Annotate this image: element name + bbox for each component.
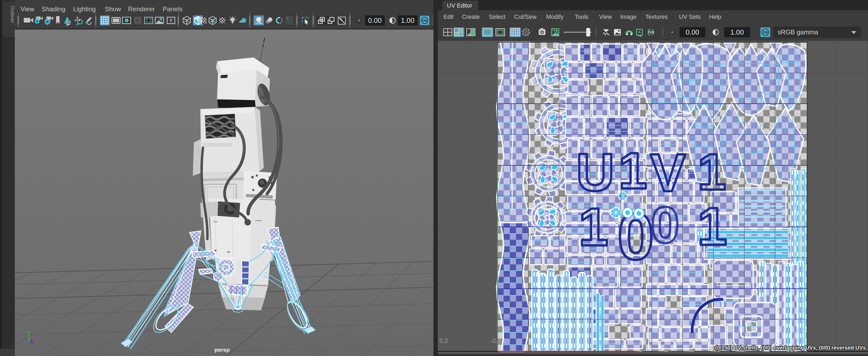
svg-text:0: 0 [651, 196, 680, 254]
svg-text:persp: persp [214, 347, 230, 353]
svg-text:x: x [32, 338, 35, 343]
svg-text:1: 1 [618, 142, 647, 200]
svg-text:V: V [650, 143, 686, 203]
svg-text:-0.1: -0.1 [491, 337, 501, 345]
svg-text:U: U [576, 143, 614, 202]
svg-text:(0/150) UV shells, (0/0) overl: (0/150) UV shells, (0/0) overlapping UVs… [715, 345, 866, 351]
svg-text:0.00: 0.00 [686, 28, 700, 36]
svg-text:ON: ON [763, 31, 768, 34]
svg-text:y: y [28, 330, 30, 334]
svg-text:1: 1 [698, 143, 726, 201]
svg-text:z: z [30, 338, 32, 342]
svg-text:sRGB gamma: sRGB gamma [778, 29, 818, 36]
svg-text:1.00: 1.00 [730, 28, 744, 36]
svg-text:0.2: 0.2 [439, 337, 448, 345]
svg-text:1: 1 [698, 197, 727, 256]
svg-text:PSD: PSD [648, 31, 654, 34]
